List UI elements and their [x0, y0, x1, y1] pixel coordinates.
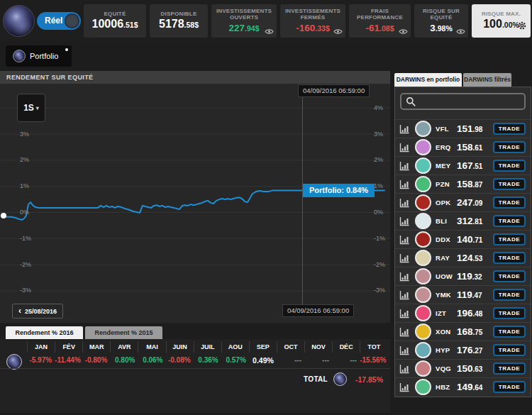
user-avatar[interactable] — [3, 5, 35, 37]
darwin-row-hbz[interactable]: HBZ149.64TRADE — [395, 377, 531, 397]
bar-chart-icon[interactable] — [399, 328, 409, 337]
tab-darwins-filtres[interactable]: DARWINS filtrés — [463, 73, 511, 87]
eye-icon[interactable] — [456, 28, 465, 35]
gear-icon[interactable] — [518, 21, 526, 30]
bar-chart-icon[interactable] — [399, 236, 409, 245]
quote-dec: .27 — [473, 347, 483, 355]
darwin-search-box[interactable] — [400, 93, 526, 110]
month-col-header: AVR — [110, 341, 138, 353]
darwin-row-vfl[interactable]: VFL151.98TRADE — [395, 119, 531, 138]
y-axis-tick-right: 0% — [374, 208, 383, 216]
bar-chart-icon[interactable] — [399, 199, 409, 208]
darwin-row-opk[interactable]: OPK247.09TRADE — [395, 193, 531, 212]
eye-icon[interactable] — [265, 28, 274, 35]
trade-button[interactable]: TRADE — [493, 381, 526, 393]
portfolio-tab-label: Portfolio — [30, 45, 58, 67]
darwin-row-uow[interactable]: UOW119.32TRADE — [395, 267, 531, 286]
stat-value: -61.08$ — [366, 22, 394, 35]
eye-icon[interactable] — [399, 28, 408, 35]
bar-chart-icon[interactable] — [399, 346, 409, 355]
stat-value-main: -61 — [366, 23, 380, 33]
bar-chart-icon[interactable] — [399, 143, 409, 153]
search-input[interactable] — [419, 96, 514, 106]
prev-date-button[interactable]: ‹ 25/08/2016 — [12, 304, 63, 319]
bar-chart-icon[interactable] — [399, 272, 409, 282]
bar-chart-icon[interactable] — [399, 162, 409, 171]
bar-chart-icon[interactable] — [399, 125, 409, 134]
trade-button[interactable]: TRADE — [493, 215, 526, 227]
y-axis-tick-left: 2% — [20, 155, 29, 164]
trade-button[interactable]: TRADE — [493, 270, 526, 282]
darwin-avatar — [415, 268, 431, 284]
darwin-row-erq[interactable]: ERQ158.61TRADE — [395, 138, 531, 157]
quote-main: 119 — [457, 271, 472, 282]
portfolio-row-avatar — [6, 354, 22, 370]
stat-value: 10006.51$ — [92, 18, 138, 31]
darwin-row-izt[interactable]: IZT196.48TRADE — [395, 304, 531, 323]
darwin-row-pzn[interactable]: PZN158.87TRADE — [395, 175, 531, 194]
bar-chart-icon[interactable] — [399, 254, 409, 263]
tab-portfolio[interactable]: Portfolio — [6, 45, 72, 67]
trade-button[interactable]: TRADE — [493, 326, 526, 338]
darwin-row-vqg[interactable]: VQG150.63TRADE — [395, 359, 531, 378]
darwin-row-bli[interactable]: BLI312.81TRADE — [395, 211, 531, 231]
bar-chart-icon[interactable] — [399, 217, 409, 226]
darwin-row-ymk[interactable]: YMK119.47TRADE — [395, 285, 531, 304]
stat-value: 227.94$ — [229, 22, 260, 35]
darwin-row-ray[interactable]: RAY124.53TRADE — [395, 248, 531, 267]
bar-chart-icon[interactable] — [399, 309, 409, 319]
darwin-row-ddx[interactable]: DDX140.71TRADE — [395, 230, 531, 249]
bar-chart-icon[interactable] — [399, 383, 409, 392]
series-start-dot — [1, 213, 6, 218]
quote-dec: .98 — [473, 126, 483, 133]
darwin-avatar — [415, 231, 431, 248]
trade-button[interactable]: TRADE — [493, 252, 526, 264]
trade-button[interactable]: TRADE — [493, 160, 526, 172]
trade-button[interactable]: TRADE — [493, 289, 526, 301]
quote-dec: .32 — [472, 273, 482, 281]
month-col-header: SEP — [249, 341, 277, 353]
quote-dec: .61 — [473, 144, 483, 152]
stat-value-main: 10006 — [92, 18, 124, 30]
equity-line-chart — [0, 84, 390, 323]
chevron-left-icon: ‹ — [18, 305, 21, 317]
toggle-knob[interactable] — [65, 13, 79, 28]
equity-chart-panel[interactable]: 1S ▾ 04/09/2016 06:59:00 Portfolio: 0.84… — [0, 84, 390, 323]
tab-rendement-2016[interactable]: Rendement % 2016 — [6, 326, 83, 339]
darwin-avatar — [415, 287, 431, 303]
real-demo-toggle[interactable]: Réel — [37, 12, 81, 30]
bar-chart-icon[interactable] — [399, 291, 409, 300]
stat-value-main: 5178 — [159, 18, 184, 30]
tab-rendement-2015[interactable]: Rendement % 2015 — [85, 326, 162, 339]
darwins-panel: VFL151.98TRADEERQ158.61TRADEMEY167.51TRA… — [394, 87, 531, 397]
portfolio-avatar — [13, 50, 26, 62]
stat-value-main: 227 — [229, 23, 245, 33]
darwin-row-xon[interactable]: XON168.75TRADE — [395, 322, 531, 341]
quote-main: 312 — [457, 216, 473, 226]
bar-chart-icon[interactable] — [399, 180, 409, 189]
darwin-quote: 247.09 — [457, 194, 482, 213]
trade-button[interactable]: TRADE — [493, 123, 526, 135]
stat-investissements-ouverts: INVESTISSEMENTS OUVERTS227.94$ — [211, 4, 277, 38]
darwin-row-hyp[interactable]: HYP176.27TRADE — [395, 341, 531, 360]
darwin-avatar — [415, 213, 431, 229]
total-avatar — [333, 372, 347, 386]
stat-value-dec: .33$ — [315, 24, 329, 33]
stat-investissements-fermes: INVESTISSEMENTS FERMÉS-160.33$ — [280, 4, 345, 38]
trade-button[interactable]: TRADE — [493, 363, 526, 375]
eye-icon[interactable] — [333, 28, 343, 35]
stat-label: DISPONIBLE — [161, 11, 197, 18]
quote-main: 158 — [457, 142, 473, 153]
trade-button[interactable]: TRADE — [493, 178, 526, 190]
trade-button[interactable]: TRADE — [493, 197, 526, 209]
trade-button[interactable]: TRADE — [493, 233, 526, 245]
stat-value-dec: .94$ — [245, 24, 259, 33]
trade-button[interactable]: TRADE — [493, 307, 526, 319]
bar-chart-icon[interactable] — [399, 365, 409, 374]
y-axis-tick-right: -1% — [374, 234, 385, 243]
tab-darwins-portfolio[interactable]: DARWINS en portfolio — [394, 73, 462, 87]
range-selector[interactable]: 1S ▾ — [17, 94, 45, 122]
darwin-row-mey[interactable]: MEY167.51TRADE — [395, 156, 531, 175]
trade-button[interactable]: TRADE — [493, 141, 526, 153]
trade-button[interactable]: TRADE — [493, 344, 526, 356]
